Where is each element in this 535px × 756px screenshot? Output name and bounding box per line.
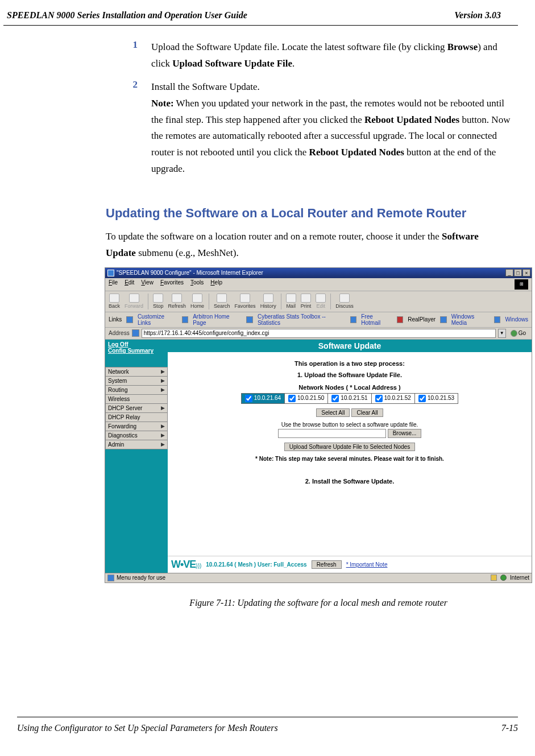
edit-button[interactable]: Edit <box>316 294 326 309</box>
toolbar-label: Stop <box>153 303 164 309</box>
toolbar-label: Edit <box>316 303 325 309</box>
sidebar-item-label: Wireless <box>108 396 130 402</box>
ie-link-icon <box>182 316 189 323</box>
history-button[interactable]: History <box>260 294 276 309</box>
link-cyberatlas[interactable]: Cyberatlas Stats Toolbox -- Statistics <box>258 313 346 326</box>
router-info: 10.0.21.64 ( Mesh ) User: Full_Access <box>206 561 306 568</box>
favorites-button[interactable]: Favorites <box>235 294 256 309</box>
node-cell[interactable]: 10.0.21.50 <box>285 393 328 403</box>
stop-button[interactable]: Stop <box>153 294 164 309</box>
select-all-button[interactable]: Select All <box>316 408 350 417</box>
forward-button[interactable]: Forward <box>125 294 143 309</box>
app-body: Log Off Config Summary Network▶ System▶ … <box>105 340 532 573</box>
home-button[interactable]: Home <box>190 294 204 309</box>
sidebar-item-dhcp-server[interactable]: DHCP Server▶ <box>105 403 168 412</box>
node-cell[interactable]: 10.0.21.53 <box>414 393 458 403</box>
intro-text: This operation is a two step process: <box>173 360 526 367</box>
note-label: Note: <box>151 98 174 109</box>
node-checkbox[interactable] <box>245 395 252 402</box>
status-left: Menu ready for use <box>107 575 165 581</box>
sidebar: Log Off Config Summary Network▶ System▶ … <box>105 340 168 573</box>
sidebar-item-diagnostics[interactable]: Diagnostics▶ <box>105 431 168 440</box>
step1-heading: 1. Upload the Software Update File. <box>173 371 526 378</box>
node-cell[interactable]: 10.0.21.52 <box>371 393 414 403</box>
go-label: Go <box>519 330 526 336</box>
node-checkbox[interactable] <box>288 395 296 402</box>
step2-heading: 2. Install the Software Update. <box>173 478 526 485</box>
browser-window: "SPEEDLAN 9000 Configure" - Microsoft In… <box>105 267 532 583</box>
section-paragraph: To update the software on a location rou… <box>106 229 504 262</box>
address-dropdown-icon[interactable]: ▼ <box>498 329 506 338</box>
node-cell[interactable]: 10.0.21.51 <box>328 393 371 403</box>
sidebar-item-system[interactable]: System▶ <box>105 376 168 385</box>
sidebar-config-summary[interactable]: Config Summary <box>108 348 165 354</box>
sidebar-item-dhcp-relay[interactable]: DHCP Relay <box>105 412 168 422</box>
wave-paren-icon: ))) <box>196 563 201 569</box>
chevron-right-icon: ▶ <box>161 387 165 393</box>
node-cell-local[interactable]: 10.0.21.64 <box>241 393 284 403</box>
menu-help[interactable]: Help <box>210 279 222 290</box>
link-windows-media[interactable]: Windows Media <box>451 313 490 326</box>
link-hotmail[interactable]: Free Hotmail <box>361 313 392 326</box>
titlebar-left: "SPEEDLAN 9000 Configure" - Microsoft In… <box>107 270 263 276</box>
sidebar-fill <box>105 449 168 573</box>
menu-edit[interactable]: Edit <box>125 279 134 290</box>
sidebar-logoff[interactable]: Log Off <box>108 341 165 348</box>
menu-tools[interactable]: Tools <box>190 279 204 290</box>
refresh-toolbar-button[interactable]: Refresh <box>168 294 186 309</box>
toolbar-label: Home <box>190 303 204 309</box>
node-checkbox[interactable] <box>331 395 339 402</box>
home-icon <box>192 294 202 303</box>
address-label: Address <box>109 330 130 336</box>
sidebar-item-wireless[interactable]: Wireless <box>105 394 168 403</box>
sidebar-item-network[interactable]: Network▶ <box>105 367 168 376</box>
toolbar-label: Refresh <box>168 303 186 309</box>
link-customize[interactable]: Customize Links <box>138 313 177 326</box>
link-arbitron[interactable]: Arbitron Home Page <box>193 313 242 326</box>
toolbar-label: Back <box>109 303 120 309</box>
mail-button[interactable]: Mail <box>286 294 296 309</box>
refresh-page-button[interactable]: Refresh <box>312 560 342 569</box>
item-number: 2 <box>128 79 138 177</box>
doc-version: Version 3.03 <box>454 10 501 20</box>
important-note-link[interactable]: * Important Note <box>346 561 388 568</box>
node-ip: 10.0.21.51 <box>341 395 367 401</box>
security-zone: Internet <box>510 575 529 581</box>
discuss-button[interactable]: Discuss <box>335 294 354 309</box>
realplayer-icon <box>397 316 404 323</box>
file-path-input[interactable] <box>278 429 386 438</box>
footer-right: 7-15 <box>501 723 518 733</box>
sidebar-item-forwarding[interactable]: Forwarding▶ <box>105 422 168 431</box>
minimize-button[interactable]: _ <box>505 269 513 276</box>
address-input[interactable] <box>142 329 496 338</box>
window-controls: _ □ × <box>505 269 530 276</box>
menu-file[interactable]: File <box>109 279 118 290</box>
sidebar-item-routing[interactable]: Routing▶ <box>105 385 168 394</box>
print-button[interactable]: Print <box>301 294 312 309</box>
link-windows[interactable]: Windows <box>505 316 528 323</box>
ie-link-icon <box>494 316 501 323</box>
doc-title: SPEEDLAN 9000 Series Installation and Op… <box>7 10 247 20</box>
node-checkbox[interactable] <box>375 395 383 402</box>
menu-favorites[interactable]: Favorites <box>160 279 184 290</box>
back-button[interactable]: Back <box>109 294 120 309</box>
address-bar: Address ▼ Go <box>105 328 532 340</box>
sidebar-item-admin[interactable]: Admin▶ <box>105 440 168 449</box>
file-row: Browse... <box>173 429 526 438</box>
browse-button[interactable]: Browse... <box>388 429 422 438</box>
link-realplayer[interactable]: RealPlayer <box>408 316 436 323</box>
upload-note: * Note: This step may take several minut… <box>173 456 526 462</box>
maximize-button[interactable]: □ <box>514 269 522 276</box>
node-checkbox[interactable] <box>418 395 426 402</box>
upload-button[interactable]: Upload Software Update File to Selected … <box>284 443 415 451</box>
menu-view[interactable]: View <box>141 279 154 290</box>
select-buttons-row: Select All Clear All <box>173 408 526 417</box>
clear-all-button[interactable]: Clear All <box>351 408 383 417</box>
go-button[interactable]: Go <box>508 330 528 337</box>
search-button[interactable]: Search <box>214 294 230 309</box>
sidebar-top: Log Off Config Summary <box>105 340 168 356</box>
item-text: Upload the Software Update file. Locate … <box>151 39 515 72</box>
links-label: Links <box>109 316 122 323</box>
toolbar-divider <box>148 294 148 309</box>
close-button[interactable]: × <box>522 269 530 276</box>
